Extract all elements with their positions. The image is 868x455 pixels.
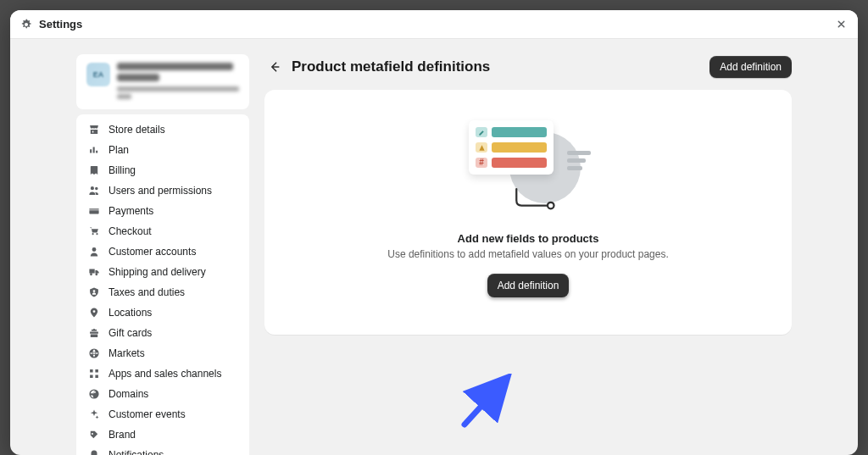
nav-label: Apps and sales channels: [108, 368, 221, 380]
nav-item-plan[interactable]: Plan: [76, 140, 249, 160]
nav-item-apps[interactable]: Apps and sales channels: [76, 363, 249, 384]
nav-item-users[interactable]: Users and permissions: [76, 180, 249, 201]
nav-item-customer-accounts[interactable]: Customer accounts: [76, 241, 249, 262]
modal-header: Settings: [10, 10, 858, 39]
gear-icon: [20, 19, 32, 31]
nav-item-markets[interactable]: Markets: [76, 343, 249, 363]
apps-icon: [88, 368, 100, 380]
modal-title: Settings: [39, 18, 82, 31]
annotation-arrow-icon: [456, 374, 515, 433]
app-meta-blurred: [117, 63, 239, 99]
nav-label: Domains: [108, 388, 148, 400]
empty-state-card: # Add new fields to products Use definit…: [264, 90, 792, 335]
nav-item-store-details[interactable]: Store details: [76, 119, 249, 140]
nav-label: Billing: [108, 164, 136, 176]
main-column: Product metafield definitions Add defini…: [264, 54, 792, 455]
nav-label: Notifications: [108, 449, 164, 455]
app-icon: EA: [86, 63, 110, 86]
nav-label: Users and permissions: [108, 185, 212, 197]
sparkle-icon: [88, 408, 100, 420]
nav-label: Plan: [108, 144, 129, 156]
person-icon: [88, 246, 100, 258]
nav-item-shipping[interactable]: Shipping and delivery: [76, 262, 249, 282]
nav-label: Shipping and delivery: [108, 266, 206, 278]
app-context-card[interactable]: EA: [76, 54, 249, 109]
globe-icon: [88, 347, 100, 359]
pin-icon: [88, 307, 100, 319]
nav-label: Gift cards: [108, 327, 152, 339]
nav-label: Payments: [108, 205, 153, 217]
nav-item-customer-events[interactable]: Customer events: [76, 404, 249, 424]
svg-point-0: [548, 203, 554, 209]
cart-icon: [88, 225, 100, 237]
plan-icon: [88, 144, 100, 156]
nav-item-locations[interactable]: Locations: [76, 302, 249, 323]
back-button[interactable]: [266, 58, 283, 75]
nav-item-notifications[interactable]: Notifications: [76, 445, 249, 455]
nav-label: Brand: [108, 429, 136, 441]
billing-icon: [88, 164, 100, 176]
nav-label: Customer accounts: [108, 246, 196, 258]
close-button[interactable]: [832, 16, 849, 33]
storefront-icon: [88, 124, 100, 136]
empty-state-title: Add new fields to products: [458, 232, 599, 245]
domain-icon: [88, 388, 100, 400]
nav-item-domains[interactable]: Domains: [76, 384, 249, 404]
nav-label: Markets: [108, 347, 145, 359]
empty-state-illustration: #: [469, 120, 587, 222]
nav-item-checkout[interactable]: Checkout: [76, 221, 249, 241]
page-title: Product metafield definitions: [292, 58, 701, 75]
settings-nav: Store details Plan Billing Users and per…: [76, 114, 249, 455]
nav-item-payments[interactable]: Payments: [76, 201, 249, 221]
truck-icon: [88, 266, 100, 278]
settings-modal: Settings EA Store details Plan: [10, 10, 858, 455]
add-definition-top-button[interactable]: Add definition: [709, 56, 792, 78]
empty-state-subtitle: Use definitions to add metafield values …: [387, 248, 669, 260]
add-definition-center-button[interactable]: Add definition: [487, 274, 570, 297]
nav-label: Store details: [108, 124, 165, 136]
nav-label: Checkout: [108, 225, 152, 237]
modal-body: EA Store details Plan Billing: [10, 39, 858, 455]
nav-item-taxes[interactable]: Taxes and duties: [76, 282, 249, 302]
settings-sidebar: EA Store details Plan Billing: [76, 54, 249, 455]
taxes-icon: [88, 286, 100, 298]
gift-icon: [88, 327, 100, 339]
bell-icon: [88, 449, 100, 455]
nav-label: Customer events: [108, 408, 186, 420]
nav-label: Taxes and duties: [108, 286, 185, 298]
payments-icon: [88, 205, 100, 217]
brand-icon: [88, 429, 100, 441]
nav-item-billing[interactable]: Billing: [76, 160, 249, 180]
nav-item-brand[interactable]: Brand: [76, 424, 249, 445]
nav-item-giftcards[interactable]: Gift cards: [76, 323, 249, 343]
nav-label: Locations: [108, 307, 152, 319]
users-icon: [88, 185, 100, 197]
page-header: Product metafield definitions Add defini…: [264, 54, 792, 90]
